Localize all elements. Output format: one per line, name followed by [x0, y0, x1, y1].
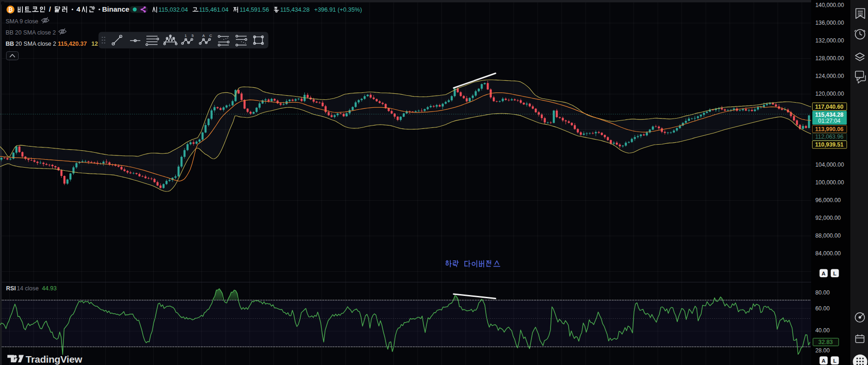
svg-text:32.83: 32.83 [819, 339, 833, 345]
svg-text:1: 1 [185, 34, 187, 38]
svg-text:Binance: Binance [102, 5, 129, 13]
svg-text:L: L [833, 271, 836, 276]
svg-text:88,000.00: 88,000.00 [815, 232, 841, 239]
svg-text:80.00: 80.00 [815, 289, 830, 296]
svg-text:₿: ₿ [8, 7, 13, 13]
svg-text:5: 5 [192, 34, 194, 38]
svg-text:L: L [833, 358, 836, 364]
svg-text:120,000.00: 120,000.00 [815, 91, 844, 97]
svg-text:96,000.00: 96,000.00 [815, 197, 841, 204]
svg-text:TradingView: TradingView [26, 354, 83, 365]
svg-text:115,461.04: 115,461.04 [199, 6, 228, 13]
svg-text:92,000.00: 92,000.00 [815, 215, 841, 221]
svg-text:28.00: 28.00 [815, 347, 830, 354]
svg-text:BB 20 SMA close 2: BB 20 SMA close 2 [6, 29, 56, 36]
svg-text:115,434.28: 115,434.28 [280, 6, 310, 13]
svg-text:/: / [49, 5, 51, 13]
svg-text:114,591.56: 114,591.56 [240, 6, 269, 13]
svg-text:14 close: 14 close [17, 285, 39, 292]
svg-text:01:27:04: 01:27:04 [818, 118, 840, 124]
svg-text:A: A [822, 358, 826, 364]
svg-text:4: 4 [76, 5, 81, 13]
svg-text:124,000.00: 124,000.00 [815, 73, 844, 79]
svg-text:100,000.00: 100,000.00 [815, 179, 844, 186]
svg-text:115,434.28: 115,434.28 [815, 112, 844, 118]
svg-text:40.00: 40.00 [815, 327, 830, 334]
svg-text:RSI: RSI [6, 285, 16, 292]
svg-text:115,420.37: 115,420.37 [58, 41, 87, 47]
svg-text:117,040.60: 117,040.60 [815, 104, 844, 110]
svg-text:104,000.00: 104,000.00 [815, 161, 844, 168]
svg-text:SMA 9 close: SMA 9 close [6, 18, 38, 25]
svg-text:132,000.00: 132,000.00 [815, 37, 844, 44]
svg-text:115,032.04: 115,032.04 [158, 6, 188, 13]
svg-text:44.93: 44.93 [42, 285, 57, 292]
svg-text:84,000.00: 84,000.00 [815, 250, 841, 257]
svg-text:136,000.00: 136,000.00 [815, 20, 844, 26]
svg-text:BB: BB [6, 41, 14, 47]
svg-text:A: A [202, 34, 205, 38]
svg-text:12: 12 [91, 41, 98, 47]
svg-text:140,000.00: 140,000.00 [815, 2, 844, 8]
svg-text:+396.91 (+0.35%): +396.91 (+0.35%) [314, 6, 362, 13]
svg-text:C: C [209, 34, 212, 38]
svg-text:113,990.06: 113,990.06 [815, 126, 844, 133]
svg-text:A: A [822, 271, 826, 276]
svg-text:110,939.51: 110,939.51 [815, 141, 844, 148]
svg-text:20 SMA close 2: 20 SMA close 2 [15, 41, 56, 47]
svg-text:112,063.96: 112,063.96 [815, 133, 844, 140]
svg-text:60.00: 60.00 [815, 305, 830, 312]
svg-text:128,000.00: 128,000.00 [815, 55, 844, 62]
